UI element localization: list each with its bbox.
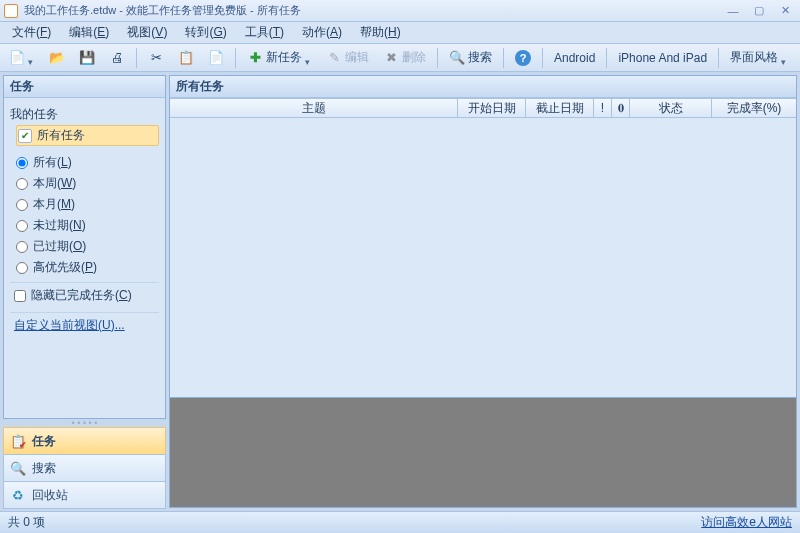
menu-view[interactable]: 视图(V) xyxy=(121,22,173,43)
tb-android[interactable]: Android xyxy=(549,47,600,69)
tb-help[interactable] xyxy=(510,47,536,69)
edit-icon xyxy=(326,50,342,66)
filter-overdue[interactable]: 已过期(O) xyxy=(16,236,159,257)
grid-body[interactable] xyxy=(170,118,796,397)
help-icon xyxy=(515,50,531,66)
filter-overdue-radio[interactable] xyxy=(16,241,28,253)
maximize-button[interactable]: ▢ xyxy=(748,3,770,19)
tb-android-label: Android xyxy=(554,51,595,65)
grid-header-row: 主题 开始日期 截止日期 ! 𝟎 状态 完成率(%) xyxy=(170,98,796,118)
task-list-title: 所有任务 xyxy=(176,78,224,95)
tb-iphone-ipad[interactable]: iPhone And iPad xyxy=(613,47,712,69)
chevron-down-icon xyxy=(781,54,788,61)
toolbar-separator xyxy=(606,48,607,68)
search-icon xyxy=(449,50,465,66)
window-title: 我的工作任务.etdw - 效能工作任务管理免费版 - 所有任务 xyxy=(24,3,301,18)
my-tasks-label: 我的任务 xyxy=(10,107,58,121)
filter-month-radio[interactable] xyxy=(16,199,28,211)
task-tree: 我的任务 ✔ 所有任务 xyxy=(10,102,159,148)
toolbar-separator xyxy=(542,48,543,68)
tb-interface-style[interactable]: 界面风格 xyxy=(725,47,793,69)
task-grid: 主题 开始日期 截止日期 ! 𝟎 状态 完成率(%) xyxy=(170,98,796,397)
checklist-icon: ✔ xyxy=(18,129,32,143)
menu-file[interactable]: 文件(F) xyxy=(6,22,57,43)
menu-goto[interactable]: 转到(G) xyxy=(179,22,232,43)
filter-not-overdue-radio[interactable] xyxy=(16,220,28,232)
filter-all[interactable]: 所有(L) xyxy=(16,152,159,173)
col-attachment[interactable]: 𝟎 xyxy=(612,99,630,117)
task-list-panel: 所有任务 主题 开始日期 截止日期 ! 𝟎 状态 完成率(%) xyxy=(169,75,797,398)
filter-not-overdue[interactable]: 未过期(N) xyxy=(16,215,159,236)
title-bar: 我的工作任务.etdw - 效能工作任务管理免费版 - 所有任务 ― ▢ ✕ xyxy=(0,0,800,22)
filter-high-priority-radio[interactable] xyxy=(16,262,28,274)
filter-all-radio[interactable] xyxy=(16,157,28,169)
search-icon xyxy=(10,460,26,476)
hide-completed-row[interactable]: 隐藏已完成任务(C) xyxy=(10,282,159,308)
website-link[interactable]: 访问高效e人网站 xyxy=(701,515,792,529)
shortcut-recycle-label: 回收站 xyxy=(32,487,68,504)
shortcut-search[interactable]: 搜索 xyxy=(3,454,166,482)
custom-view-link[interactable]: 自定义当前视图(U)... xyxy=(10,312,159,334)
menu-edit[interactable]: 编辑(E) xyxy=(63,22,115,43)
tb-cut[interactable] xyxy=(143,47,169,69)
menu-bar: 文件(F) 编辑(E) 视图(V) 转到(G) 工具(T) 动作(A) 帮助(H… xyxy=(0,22,800,44)
col-subject[interactable]: 主题 xyxy=(170,99,458,117)
all-tasks-node[interactable]: ✔ 所有任务 xyxy=(16,125,159,146)
tasks-icon xyxy=(10,433,26,449)
filter-week-radio[interactable] xyxy=(16,178,28,190)
tb-copy[interactable] xyxy=(173,47,199,69)
tb-iphone-ipad-label: iPhone And iPad xyxy=(618,51,707,65)
tb-open[interactable] xyxy=(44,47,70,69)
menu-tools[interactable]: 工具(T) xyxy=(239,22,290,43)
tb-delete[interactable]: 删除 xyxy=(378,47,431,69)
detail-pane xyxy=(169,398,797,508)
toolbar-separator xyxy=(136,48,137,68)
toolbar-separator xyxy=(718,48,719,68)
col-percent[interactable]: 完成率(%) xyxy=(712,99,796,117)
plus-icon xyxy=(247,50,263,66)
tb-save[interactable] xyxy=(74,47,100,69)
col-priority[interactable]: ! xyxy=(594,99,612,117)
tasks-panel-title: 任务 xyxy=(10,78,34,95)
copy-icon xyxy=(178,50,194,66)
filter-week[interactable]: 本周(W) xyxy=(16,173,159,194)
toolbar-separator xyxy=(503,48,504,68)
filter-month[interactable]: 本月(M) xyxy=(16,194,159,215)
delete-icon xyxy=(383,50,399,66)
close-button[interactable]: ✕ xyxy=(774,3,796,19)
content-area: 所有任务 主题 开始日期 截止日期 ! 𝟎 状态 完成率(%) xyxy=(169,75,797,508)
shortcut-recycle[interactable]: 回收站 xyxy=(3,481,166,509)
filter-radio-group: 所有(L) 本周(W) 本月(M) 未过期(N) 已过期(O) 高优先级(P) xyxy=(16,152,159,278)
my-tasks-node[interactable]: 我的任务 xyxy=(10,104,159,125)
tasks-panel-body: 我的任务 ✔ 所有任务 所有(L) 本周(W) 本月(M) 未过期(N) 已过期… xyxy=(4,98,165,418)
shortcut-panel: 任务 搜索 回收站 xyxy=(3,427,166,508)
menu-help[interactable]: 帮助(H) xyxy=(354,22,407,43)
col-start-date[interactable]: 开始日期 xyxy=(458,99,526,117)
tb-new-file[interactable] xyxy=(4,47,40,69)
save-icon xyxy=(79,50,95,66)
sidebar: 任务 我的任务 ✔ 所有任务 所有(L) 本周(W) 本月(M) 未过期(N) … xyxy=(3,75,166,508)
recycle-icon xyxy=(10,487,26,503)
app-icon xyxy=(4,4,18,18)
shortcut-tasks[interactable]: 任务 xyxy=(3,427,166,455)
minimize-button[interactable]: ― xyxy=(722,3,744,19)
tb-delete-label: 删除 xyxy=(402,49,426,66)
tb-print[interactable] xyxy=(104,47,130,69)
col-end-date[interactable]: 截止日期 xyxy=(526,99,594,117)
hide-completed-checkbox[interactable] xyxy=(14,290,26,302)
chevron-down-icon xyxy=(305,54,312,61)
tb-new-task[interactable]: 新任务 xyxy=(242,47,317,69)
tb-search[interactable]: 搜索 xyxy=(444,47,497,69)
filter-high-priority[interactable]: 高优先级(P) xyxy=(16,257,159,278)
status-bar: 共 0 项 访问高效e人网站 xyxy=(0,511,800,533)
tb-edit-label: 编辑 xyxy=(345,49,369,66)
task-list-header: 所有任务 xyxy=(170,76,796,98)
col-status[interactable]: 状态 xyxy=(630,99,712,117)
tb-paste[interactable] xyxy=(203,47,229,69)
attachment-icon: 𝟎 xyxy=(618,101,624,115)
sidebar-splitter[interactable]: • • • • • xyxy=(3,419,166,427)
tb-interface-style-label: 界面风格 xyxy=(730,49,778,66)
tb-edit[interactable]: 编辑 xyxy=(321,47,374,69)
toolbar-separator xyxy=(437,48,438,68)
menu-action[interactable]: 动作(A) xyxy=(296,22,348,43)
